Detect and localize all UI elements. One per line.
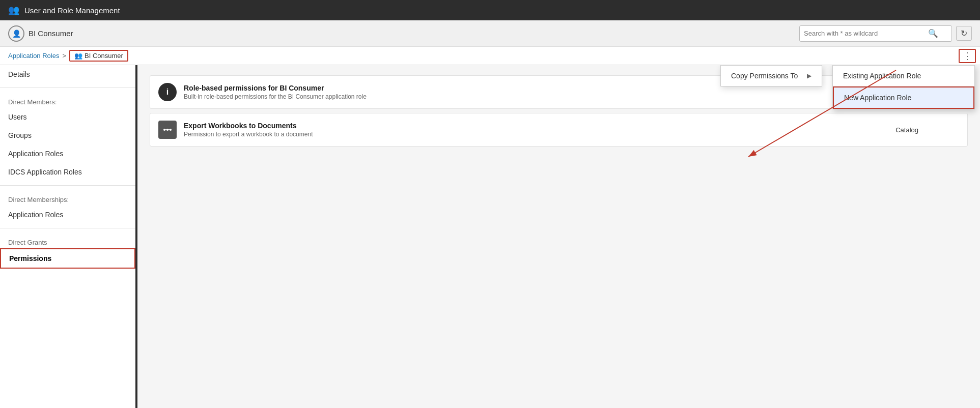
top-bar-title: User and Role Management <box>24 6 120 15</box>
top-bar: 👥 User and Role Management <box>0 0 980 20</box>
sidebar-item-app-roles[interactable]: Application Roles <box>0 144 135 163</box>
user-avatar-icon: 👤 <box>8 25 24 42</box>
sidebar-section-direct-memberships: Direct Memberships: <box>0 190 135 206</box>
sidebar-item-memberships-app-roles[interactable]: Application Roles <box>0 206 135 224</box>
sidebar-item-users[interactable]: Users <box>0 108 135 126</box>
permission-info-2: Export Workbooks to Documents Permission… <box>184 122 888 138</box>
submenu-arrow-icon: ▶ <box>807 72 811 79</box>
breadcrumb-separator: > <box>62 52 66 60</box>
dropdown-item-copy-permissions[interactable]: Copy Permissions To ▶ <box>721 66 822 86</box>
sub-header-left: 👤 BI Consumer <box>8 25 73 42</box>
sidebar-item-idcs-app-roles[interactable]: IDCS Application Roles <box>0 163 135 181</box>
sidebar: Details Direct Members: Users Groups App… <box>0 65 137 408</box>
sidebar-section-direct-members: Direct Members: <box>0 92 135 108</box>
search-input[interactable] <box>804 30 926 37</box>
user-role-icon: 👥 <box>8 5 19 16</box>
breadcrumb-parent-link[interactable]: Application Roles <box>8 52 59 60</box>
refresh-button[interactable]: ↻ <box>956 26 972 41</box>
info-icon: i <box>158 83 177 101</box>
copy-permissions-panel: Copy Permissions To ▶ <box>720 65 822 86</box>
sidebar-item-permissions[interactable]: Permissions <box>0 248 135 269</box>
main-layout: Details Direct Members: Users Groups App… <box>0 65 980 408</box>
breadcrumb-current-label: BI Consumer <box>85 52 123 60</box>
permission-tag: Catalog <box>895 126 918 134</box>
dropdown-menu: Existing Application Role New Applicatio… <box>832 65 975 109</box>
sub-header-right: 🔍 ↻ <box>799 25 972 42</box>
permission-title-2: Export Workbooks to Documents <box>184 122 888 130</box>
breadcrumb-current: 👥 BI Consumer <box>69 50 128 62</box>
catalog-icon <box>158 121 177 139</box>
search-button[interactable]: 🔍 <box>926 28 940 38</box>
breadcrumb-bar: Application Roles > 👥 BI Consumer ⋮ <box>0 47 980 65</box>
sub-header: 👤 BI Consumer 🔍 ↻ <box>0 20 980 47</box>
sidebar-item-details[interactable]: Details <box>0 65 135 83</box>
content-area: i Role-based permissions for BI Consumer… <box>137 65 980 408</box>
copy-permissions-label: Copy Permissions To <box>731 72 798 80</box>
more-menu-button[interactable]: ⋮ <box>959 49 976 63</box>
permission-row: Export Workbooks to Documents Permission… <box>150 113 968 147</box>
sub-header-username: BI Consumer <box>29 29 73 38</box>
search-box[interactable]: 🔍 <box>799 25 952 42</box>
breadcrumb-user-icon: 👥 <box>74 52 82 60</box>
sidebar-item-groups[interactable]: Groups <box>0 126 135 144</box>
sidebar-section-direct-grants: Direct Grants <box>0 232 135 248</box>
permission-description-2: Permission to export a workbook to a doc… <box>184 131 888 138</box>
dropdown-item-new-role[interactable]: New Application Role <box>833 86 974 109</box>
dropdown-item-existing-role[interactable]: Existing Application Role <box>833 66 974 86</box>
